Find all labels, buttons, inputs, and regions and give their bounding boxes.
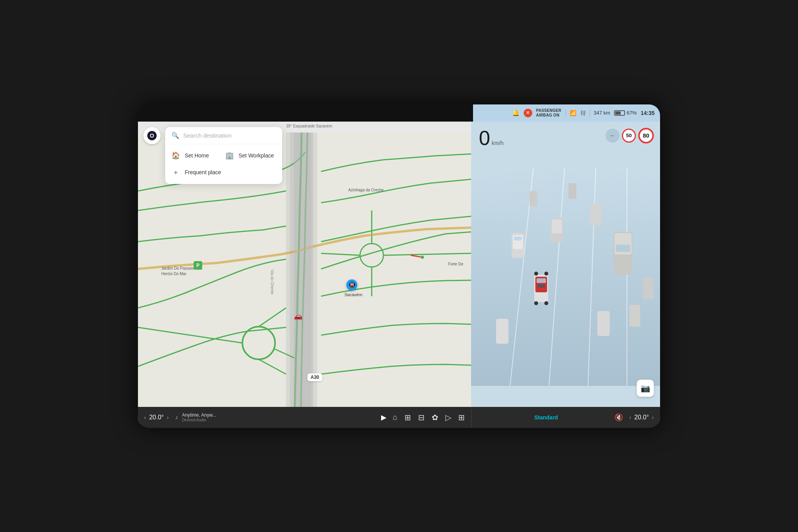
nav-icons: ⌂ ⊞ ⊟ ✿ ▷ ⊞ [393,413,465,422]
bottom-right-controls: Standard 🔇 ‹ 20.0° › [471,407,660,428]
bottom-bar: ‹ 20.0° › ♪ Anytime, Anyw... Desired Aud… [138,407,660,428]
svg-rect-33 [552,219,562,233]
car-location-marker: 🚗 [294,312,302,320]
search-dropdown[interactable]: 🔍 Search destination 🏠 Set Home 🏢 Set Wo… [165,127,282,184]
driver-section: 0 km/h ← 50 80 [471,122,660,424]
temp-right-value: 20.0° [634,414,649,421]
svg-rect-42 [629,305,640,327]
svg-point-27 [534,301,538,305]
svg-rect-34 [590,203,601,225]
svg-rect-40 [530,191,537,207]
bell-icon: 🔔 [512,109,520,117]
car-3d-view [471,153,660,401]
media-icon[interactable]: ▷ [445,413,451,422]
svg-rect-38 [496,319,508,344]
set-home-label: Set Home [185,152,209,159]
search-bar[interactable]: 🔍 Search destination [165,127,282,144]
battery-fill [615,111,621,115]
temp-control-right: ‹ 20.0° › [629,414,654,421]
temp-right-decrease[interactable]: ‹ [629,414,631,421]
svg-rect-31 [514,237,522,240]
dropdown-items: 🏠 Set Home 🏢 Set Workplace ＋ Frequent pl… [165,144,282,184]
search-icon: 🔍 [171,132,179,139]
logo-icon: O [147,131,157,140]
hvac-icon[interactable]: ⊞ [404,413,411,422]
play-button[interactable]: ▶ [381,413,387,422]
svg-point-26 [544,272,548,276]
battery-percent: 67% [627,110,637,116]
airbag-warning-icon: ✕ [524,109,532,117]
battery-section: 67% [614,110,637,116]
speed-limits: ← 50 80 [606,128,654,143]
music-info: Anytime, Anyw... Desired Audio [182,412,377,422]
camera-button[interactable]: 📷 [637,380,654,397]
divider-2 [590,110,590,117]
svg-point-15 [421,256,424,259]
svg-rect-43 [643,277,654,299]
svg-rect-39 [597,311,610,336]
temp-right-increase[interactable]: › [652,414,654,421]
fan-icon[interactable]: ✿ [432,413,438,422]
divider [565,110,566,117]
svg-rect-13 [294,133,313,413]
main-screen: 🔔 ✕ PASSENGERAIRBAG ON 📶 ⛓ 347 km 67% 14… [138,104,660,428]
airbag-status: PASSENGERAIRBAG ON [536,108,561,118]
svg-point-28 [544,301,548,305]
music-section: ♪ Anytime, Anyw... Desired Audio ▶ [175,412,387,422]
map-logo[interactable]: O [143,127,161,144]
speed-unit: km/h [492,140,503,146]
svg-rect-41 [568,183,576,199]
speed-number: 0 [479,128,490,148]
svg-rect-24 [538,285,545,288]
temp-left-increase[interactable]: › [167,414,169,421]
standard-button[interactable]: Standard [478,414,614,421]
battery-bar [614,110,625,116]
status-bar: 🔔 ✕ PASSENGERAIRBAG ON 📶 ⛓ 347 km 67% 14… [473,104,660,122]
svg-rect-37 [616,245,630,252]
temp-left-value: 20.0° [149,414,164,421]
airbag-label: PASSENGERAIRBAG ON [536,108,561,118]
temp-left-decrease[interactable]: ‹ [144,414,146,421]
speed-display: 0 km/h [479,128,503,148]
speed-sign-50: 50 [622,129,636,143]
sound-icon[interactable]: 🔇 [614,413,623,422]
music-note-icon: ♪ [175,414,178,421]
bluetooth-icon: 📶 [570,110,576,116]
apps-icon[interactable]: ⊞ [458,413,465,422]
bottom-left-controls: ‹ 20.0° › ♪ Anytime, Anyw... Desired Aud… [138,407,471,428]
range-display: 347 km [594,110,611,116]
speed-sign-80: 80 [638,128,654,143]
frequent-place-item[interactable]: ＋ Frequent place [165,164,282,181]
park-icon: P [194,261,202,270]
metro-station-marker: 🚇 [346,279,357,290]
frequent-place-label: Frequent place [185,169,221,175]
set-home-item[interactable]: 🏠 Set Home 🏢 Set Workplace [165,147,282,164]
set-workplace-label: Set Workplace [238,152,274,159]
home-nav-icon[interactable]: ⌂ [393,413,397,422]
map-section[interactable]: O 🔍 Search destination 🏠 Set Home 🏢 Set … [138,122,471,424]
temp-control-left: ‹ 20.0° › [144,414,169,421]
svg-rect-16 [471,168,660,386]
sacavem-station-label: Sacavém [344,292,362,297]
workplace-building-icon: 🏢 [225,151,234,160]
svg-point-25 [534,272,538,276]
link-icon: ⛓ [580,110,586,116]
main-content: O 🔍 Search destination 🏠 Set Home 🏢 Set … [138,122,660,424]
a30-road-badge: A30 [307,373,322,381]
arrow-left-btn[interactable]: ← [606,129,620,143]
clock: 14:35 [641,110,655,116]
search-placeholder-text: Search destination [183,132,231,139]
music-title: Anytime, Anyw... [182,412,377,418]
seat-icon[interactable]: ⊟ [418,413,425,422]
music-subtitle: Desired Audio [182,418,377,422]
svg-rect-23 [537,278,546,283]
player-car [534,272,548,305]
home-icon: 🏠 [171,151,180,160]
plus-icon: ＋ [171,168,180,177]
